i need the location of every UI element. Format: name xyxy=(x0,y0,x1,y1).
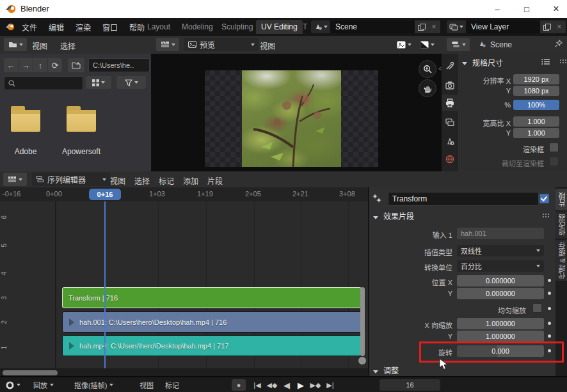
strip-transform[interactable]: Transform | 716 xyxy=(62,287,362,308)
uniform-scale-checkbox[interactable] xyxy=(532,303,542,313)
scale-y-field[interactable]: 1.000000 xyxy=(457,331,544,342)
scene-browse-button[interactable] xyxy=(311,20,330,33)
animate-dot[interactable] xyxy=(548,292,551,295)
view-layer-browse-button[interactable] xyxy=(447,20,466,33)
vertical-scrollbar[interactable] xyxy=(360,287,365,356)
sidebar-tab-modifiers[interactable]: 修改器 xyxy=(555,212,567,239)
crop-region-checkbox[interactable] xyxy=(549,157,559,166)
play-button[interactable]: ▶ xyxy=(294,379,307,391)
panel-grip-icon[interactable] xyxy=(542,213,550,217)
filter-button[interactable] xyxy=(116,76,146,89)
strip-name-field[interactable]: Transform xyxy=(388,192,539,206)
render-region-checkbox[interactable] xyxy=(549,143,559,152)
play-reverse-button[interactable]: ◀ xyxy=(280,379,293,391)
blender-menu-icon[interactable] xyxy=(5,22,15,32)
sidebar-tab-proxy-cache[interactable]: 代理 & 缓存 xyxy=(555,240,567,281)
preview-viewport[interactable]: < xyxy=(151,54,443,171)
next-keyframe-button[interactable]: ▶◆ xyxy=(308,379,323,391)
preview-mask-selector-button[interactable] xyxy=(416,38,438,51)
animate-dot[interactable] xyxy=(548,322,551,325)
display-mode-button[interactable] xyxy=(86,76,111,89)
back-button[interactable]: ← xyxy=(4,58,18,72)
pin-icon[interactable] xyxy=(554,40,563,49)
strip-handle-icon[interactable] xyxy=(69,318,74,326)
aspect-x-field[interactable]: 1.000 xyxy=(513,116,559,127)
preview-display-mode-dropdown[interactable]: 预览 xyxy=(184,38,259,51)
menu-render[interactable]: 渲染 xyxy=(76,22,91,33)
new-scene-button[interactable] xyxy=(415,20,427,33)
workspace-tab-truncated[interactable]: T xyxy=(301,20,309,34)
search-input[interactable] xyxy=(4,76,83,90)
scrollbar-knob[interactable] xyxy=(358,357,366,365)
jump-to-start-button[interactable]: |◀ xyxy=(251,379,264,391)
workspace-tab-layout[interactable]: Layout xyxy=(142,20,175,34)
animate-dot[interactable] xyxy=(548,279,551,282)
preview-image-selector-button[interactable] xyxy=(393,38,415,51)
playhead-line[interactable] xyxy=(104,201,106,368)
seq-menu-add[interactable]: 添加 xyxy=(183,175,198,186)
properties-editor-type-button[interactable] xyxy=(447,38,470,51)
strip-hah-001[interactable]: hah.001: C:\Users\hero\Desktop\hah.mp4 |… xyxy=(62,311,362,333)
position-y-field[interactable]: 0.000000 xyxy=(457,288,544,299)
workspace-tab-sculpting[interactable]: Sculpting xyxy=(216,20,258,34)
panel-grip-icon[interactable] xyxy=(559,59,567,63)
horizontal-scrollbar[interactable] xyxy=(3,370,58,375)
new-view-layer-button[interactable] xyxy=(540,20,553,33)
strip-hah-mp4[interactable]: hah.mp4: C:\Users\hero\Desktop\hah.mp4 |… xyxy=(62,335,362,356)
strip-mute-checkbox[interactable] xyxy=(539,194,549,203)
seq-menu-strip[interactable]: 片段 xyxy=(207,175,223,186)
sidebar-tab-strip[interactable]: 片段 xyxy=(555,189,567,210)
refresh-button[interactable]: ⟳ xyxy=(48,58,62,72)
panel-collapse-triangle[interactable] xyxy=(373,366,378,375)
workspace-tab-modeling[interactable]: Modeling xyxy=(177,20,218,34)
presets-icon[interactable] xyxy=(541,58,550,65)
position-x-field[interactable]: 0.000000 xyxy=(457,275,544,286)
close-button[interactable]: × xyxy=(545,0,567,18)
scale-x-field[interactable]: 1.000000 xyxy=(457,318,544,329)
sequencer-editor-type-button[interactable] xyxy=(3,173,27,186)
up-button[interactable]: ↑ xyxy=(33,58,47,72)
panel-collapse-triangle[interactable] xyxy=(462,58,467,67)
dimensions-panel-title[interactable]: 规格尺寸 xyxy=(472,57,503,68)
pan-hand-button[interactable] xyxy=(419,79,436,97)
seq-menu-marker[interactable]: 标记 xyxy=(159,175,174,186)
unit-dropdown[interactable]: 百分比 xyxy=(457,260,544,272)
path-field[interactable]: C:\Users\he.. xyxy=(88,58,150,72)
jump-to-end-button[interactable]: ▶| xyxy=(324,379,337,391)
tab-tool-icon[interactable] xyxy=(442,58,458,74)
file-menu-select[interactable]: 选择 xyxy=(60,40,76,51)
playhead-frame-badge[interactable]: 0+16 xyxy=(89,189,121,200)
forward-button[interactable]: → xyxy=(19,58,33,72)
resolution-y-field[interactable]: 1080 px xyxy=(513,86,559,96)
aspect-y-field[interactable]: 1.000 xyxy=(513,128,559,138)
tab-world-icon[interactable] xyxy=(442,151,458,168)
remove-view-layer-button[interactable]: × xyxy=(553,20,566,33)
scene-name-field[interactable]: Scene xyxy=(330,20,415,33)
zoom-in-button[interactable] xyxy=(419,60,436,78)
strip-handle-icon[interactable] xyxy=(69,342,74,350)
input1-field[interactable]: hah.001 xyxy=(457,228,544,239)
new-folder-button[interactable] xyxy=(68,58,84,72)
playback-menu[interactable]: 回放 xyxy=(33,379,54,391)
minimize-button[interactable]: – xyxy=(486,0,508,18)
menu-edit[interactable]: 编辑 xyxy=(49,22,64,33)
sequencer-ruler[interactable]: -0+16 0+00 1+03 1+19 2+05 2+21 3+08 0+16 xyxy=(0,187,368,202)
prev-keyframe-button[interactable]: ◀◆ xyxy=(265,379,279,391)
animate-dot[interactable] xyxy=(548,307,551,310)
interpolation-dropdown[interactable]: 双线性 xyxy=(457,245,544,256)
sequencer-tracks[interactable]: 6 5 4 3 2 1 Transform | 716 hah.001: C:\… xyxy=(0,201,368,368)
file-browser-editor-type-button[interactable] xyxy=(4,38,27,51)
view-layer-name-field[interactable]: View Layer xyxy=(466,20,540,33)
effect-strip-panel-title[interactable]: 效果片段 xyxy=(383,210,414,221)
preview-editor-type-button[interactable] xyxy=(156,38,179,51)
unlink-scene-button[interactable]: × xyxy=(427,20,440,33)
resolution-pct-field[interactable]: 100% xyxy=(513,100,559,110)
timeline-editor-type-button[interactable] xyxy=(5,379,20,391)
preview-menu-view[interactable]: 视图 xyxy=(260,40,275,51)
workspace-tab-uv-editing[interactable]: UV Editing xyxy=(256,20,303,34)
keying-menu[interactable]: 抠像(插帧) xyxy=(74,379,113,391)
seq-menu-select[interactable]: 选择 xyxy=(134,175,150,186)
maximize-button[interactable]: □ xyxy=(516,0,538,18)
timeline-menu-view[interactable]: 视图 xyxy=(140,379,154,391)
animate-dot[interactable] xyxy=(548,334,551,338)
